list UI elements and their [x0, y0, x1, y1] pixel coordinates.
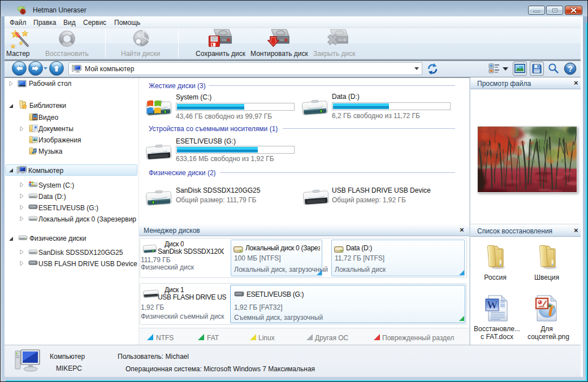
svg-text:?: ?	[568, 64, 573, 73]
svg-text:W: W	[487, 299, 498, 311]
